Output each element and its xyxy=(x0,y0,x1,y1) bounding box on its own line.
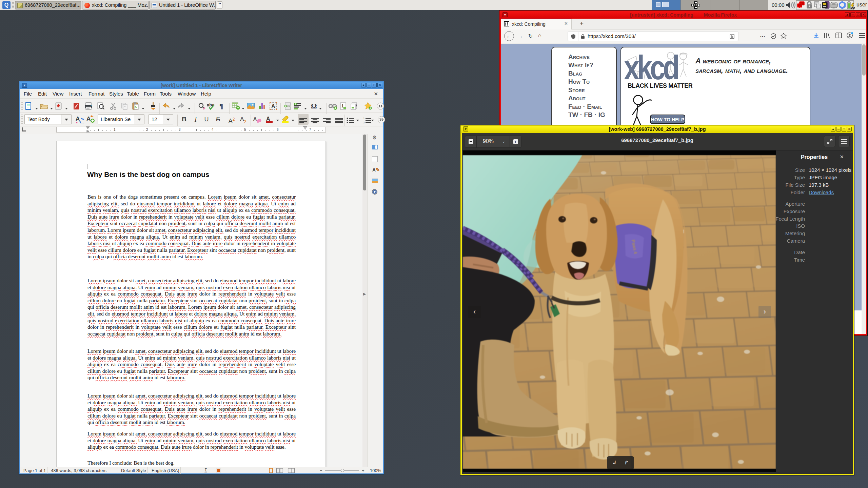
svg-text:A: A xyxy=(266,116,270,122)
svg-text:1: 1 xyxy=(363,117,365,120)
svg-text:abc: abc xyxy=(207,102,214,107)
svg-text:i: i xyxy=(356,103,357,107)
svg-text:A: A xyxy=(76,116,80,122)
svg-text:¶: ¶ xyxy=(219,102,223,110)
svg-text:2: 2 xyxy=(363,121,365,124)
svg-text:Ω: Ω xyxy=(311,102,317,110)
svg-text:xkcd: xkcd xyxy=(625,50,678,84)
svg-text:A: A xyxy=(86,116,91,122)
svg-text:A: A xyxy=(253,116,257,123)
svg-text:1: 1 xyxy=(341,104,344,108)
svg-text:A: A xyxy=(271,103,275,109)
